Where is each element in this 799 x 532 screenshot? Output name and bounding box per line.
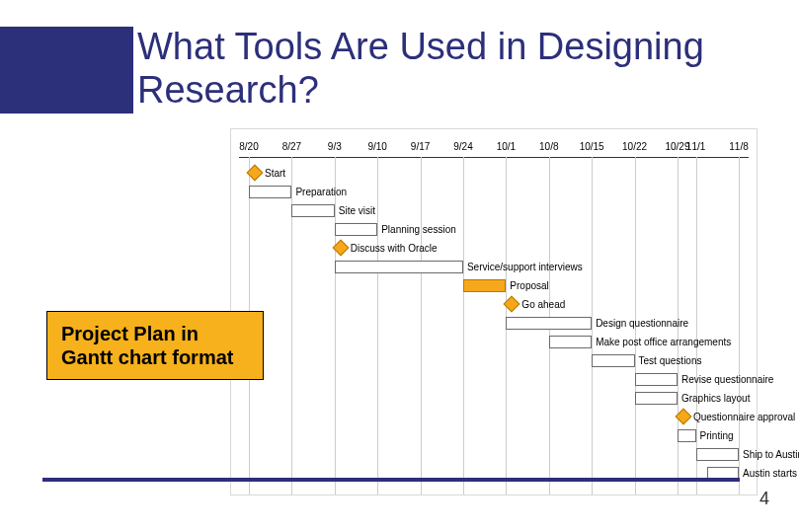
date-label: 9/24 bbox=[453, 141, 472, 152]
date-label: 10/8 bbox=[539, 141, 558, 152]
milestone-icon bbox=[504, 296, 520, 313]
task-bar bbox=[635, 373, 678, 386]
gantt-task: Planning session bbox=[335, 223, 456, 236]
task-label: Printing bbox=[700, 430, 734, 441]
gantt-task: Make post office arrangements bbox=[549, 336, 732, 348]
gantt-task: Printing bbox=[678, 429, 734, 442]
slide-title: What Tools Are Used in Designing Researc… bbox=[133, 23, 799, 115]
date-label: 10/22 bbox=[622, 141, 647, 152]
task-label: Make post office arrangements bbox=[596, 337, 731, 347]
footer-rule bbox=[42, 478, 740, 482]
date-label: 9/17 bbox=[411, 141, 430, 152]
task-bar bbox=[506, 317, 592, 330]
gantt-task: Service/support interviews bbox=[335, 261, 583, 273]
task-label: Site visit bbox=[339, 205, 375, 216]
gridline bbox=[463, 157, 464, 494]
task-bar bbox=[678, 429, 696, 442]
date-label: 10/1 bbox=[497, 141, 516, 152]
gridline bbox=[421, 157, 422, 494]
task-bar bbox=[335, 223, 377, 236]
task-bar bbox=[635, 392, 678, 405]
gantt-task: Design questionnaire bbox=[506, 317, 688, 330]
task-label: Service/support interviews bbox=[467, 262, 583, 272]
task-label: Revise questionnaire bbox=[681, 374, 773, 385]
date-label: 9/10 bbox=[367, 141, 386, 152]
gridline bbox=[739, 157, 740, 494]
task-label: Graphics layout bbox=[681, 393, 750, 404]
task-label: Start bbox=[265, 168, 285, 179]
task-bar bbox=[335, 261, 463, 273]
task-label: Planning session bbox=[381, 224, 456, 235]
callout-box: Project Plan in Gantt chart format bbox=[46, 311, 264, 380]
task-bar bbox=[291, 204, 334, 217]
task-label: Go ahead bbox=[521, 299, 565, 310]
milestone-icon bbox=[332, 240, 349, 257]
task-bar bbox=[549, 336, 592, 348]
task-label: Design questionnaire bbox=[596, 318, 688, 329]
gantt-task: Questionnaire approval bbox=[678, 411, 795, 422]
task-bar bbox=[463, 279, 506, 292]
task-bar bbox=[249, 186, 291, 198]
milestone-icon bbox=[675, 409, 691, 425]
gantt-task: Start bbox=[249, 167, 285, 179]
date-label: 8/27 bbox=[282, 141, 301, 152]
date-axis: 8/208/279/39/109/179/2410/110/810/1510/2… bbox=[231, 141, 757, 155]
task-label: Proposal bbox=[510, 280, 548, 291]
date-label: 8/20 bbox=[239, 141, 258, 152]
task-label: Discuss with Oracle bbox=[351, 243, 438, 254]
task-label: Preparation bbox=[295, 187, 347, 197]
gantt-task: Test questions bbox=[592, 354, 701, 367]
date-label: 10/15 bbox=[580, 141, 604, 152]
gantt-task: Revise questionnaire bbox=[635, 373, 774, 386]
milestone-icon bbox=[247, 165, 264, 182]
arrow-icon bbox=[55, 49, 109, 89]
task-label: Test questions bbox=[639, 355, 702, 366]
gantt-task: Go ahead bbox=[506, 298, 565, 310]
gantt-task: Site visit bbox=[291, 204, 375, 217]
page-number: 4 bbox=[759, 489, 769, 509]
svg-marker-1 bbox=[59, 53, 103, 85]
gantt-task: Preparation bbox=[249, 186, 347, 198]
task-label: Questionnaire approval bbox=[693, 412, 795, 422]
task-label: Ship to Austin bbox=[743, 449, 799, 460]
gantt-task: Discuss with Oracle bbox=[335, 242, 438, 254]
task-label: Austin starts postcards bbox=[743, 468, 799, 479]
task-bar bbox=[592, 354, 634, 367]
gantt-task: Graphics layout bbox=[635, 392, 751, 405]
task-bar bbox=[696, 448, 739, 461]
date-label: 11/1 bbox=[686, 141, 705, 152]
gantt-task: Ship to Austin bbox=[696, 448, 799, 461]
date-label: 11/8 bbox=[729, 141, 748, 152]
gridline bbox=[696, 157, 697, 494]
date-label: 9/3 bbox=[328, 141, 342, 152]
gantt-task: Proposal bbox=[463, 279, 549, 292]
axis-line bbox=[239, 157, 749, 158]
gantt-chart: 8/208/279/39/109/179/2410/110/810/1510/2… bbox=[230, 128, 758, 495]
gridline bbox=[377, 157, 378, 494]
